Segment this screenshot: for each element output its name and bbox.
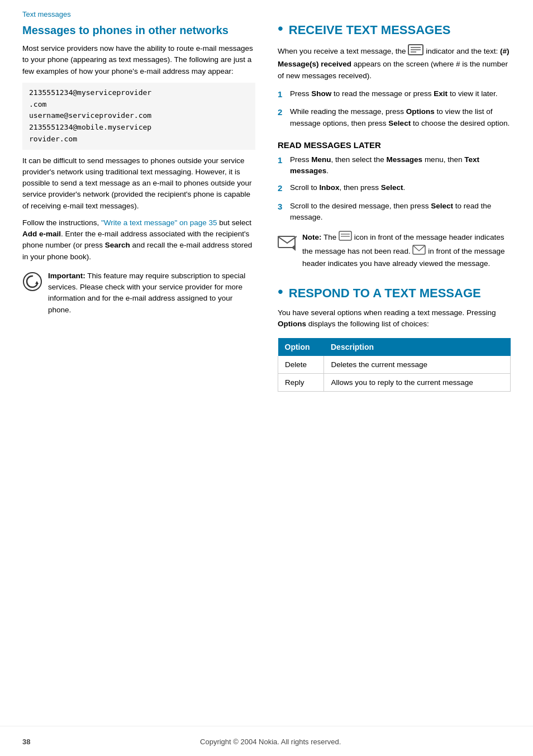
receive-text-heading: RECEIVE TEXT MESSAGES [289, 23, 451, 37]
table-header-description: Description [324, 338, 511, 356]
respond-text-header: • RESPOND TO A TEXT MESSAGE [278, 286, 511, 301]
write-text-message-link[interactable]: "Write a text message" on page 35 [101, 218, 217, 227]
left-para3-bold2: Search [105, 241, 130, 249]
important-note-text: Important: This feature may require subs… [48, 270, 255, 316]
receive-step-2: 2 While reading the message, press Optio… [278, 106, 511, 129]
receive-steps-list: 1 Press Show to read the message or pres… [278, 88, 511, 129]
svg-rect-8 [339, 231, 351, 240]
left-section1-heading: Messages to phones in other networks [22, 23, 255, 37]
read-later-step-3-text: Scroll to the desired message, then pres… [290, 201, 511, 224]
footer: 38 Copyright © 2004 Nokia. All rights re… [0, 726, 533, 756]
table-cell-delete-description: Deletes the current message [324, 356, 511, 374]
content-area: Messages to phones in other networks Mos… [0, 23, 533, 726]
options-table-wrapper: Option Description Delete Deletes the cu… [278, 338, 511, 392]
respond-intro-suffix: displays the following list of choices: [306, 320, 429, 328]
page-number: 38 [22, 738, 30, 746]
receive-step-2-text: While reading the message, press Options… [290, 106, 511, 129]
table-cell-reply-option: Reply [278, 373, 324, 391]
read-msg-icon [412, 245, 426, 258]
left-para1: Most service providers now have the abil… [22, 43, 255, 77]
important-note-icon [22, 272, 42, 292]
read-later-step-1: 1 Press Menu, then select the Messages m… [278, 154, 511, 177]
receive-intro: When you receive a text message, the ind… [278, 44, 511, 82]
left-column: Messages to phones in other networks Mos… [22, 23, 255, 726]
read-later-note: Note: The icon in front of the message h… [278, 231, 511, 269]
left-para3-suffix: but select [217, 218, 252, 227]
svg-marker-1 [35, 281, 39, 284]
read-later-step-2-num: 2 [278, 182, 290, 195]
left-para3: Follow the instructions, "Write a text m… [22, 217, 255, 263]
note-arrow-icon [278, 232, 297, 253]
note-prefix: Note: The [302, 233, 339, 241]
breadcrumb: Text messages [0, 0, 533, 23]
copyright: Copyright © 2004 Nokia. All rights reser… [200, 738, 341, 746]
respond-intro: You have several options when reading a … [278, 307, 511, 330]
note-inline-text: Note: The icon in front of the message h… [302, 231, 511, 269]
respond-intro-prefix: You have several options when reading a … [278, 308, 496, 317]
read-later-step-3-num: 3 [278, 201, 290, 213]
read-later-step-2-text: Scroll to Inbox, then press Select. [290, 182, 405, 193]
bullet-dot-1: • [278, 21, 283, 36]
left-para2: It can be difficult to send messages to … [22, 155, 255, 212]
receive-step-2-num: 2 [278, 106, 290, 119]
table-cell-delete-option: Delete [278, 356, 324, 374]
code-example-2: username@serviceprovider.com [29, 111, 151, 120]
important-label: Important: [48, 272, 85, 280]
left-para3-prefix: Follow the instructions, [22, 218, 101, 227]
code-examples: 2135551234@myserviceprovider.com usernam… [22, 83, 255, 150]
read-later-step-3: 3 Scroll to the desired message, then pr… [278, 201, 511, 224]
bullet-dot-2: • [278, 284, 283, 299]
read-later-step-1-text: Press Menu, then select the Messages men… [290, 154, 511, 177]
read-later-steps-list: 1 Press Menu, then select the Messages m… [278, 154, 511, 224]
svg-marker-7 [292, 244, 296, 251]
table-cell-reply-description: Allows you to reply to the current messa… [324, 373, 511, 391]
table-row-delete: Delete Deletes the current message [278, 356, 511, 374]
receive-text-header: • RECEIVE TEXT MESSAGES [278, 23, 511, 37]
options-table: Option Description Delete Deletes the cu… [278, 338, 511, 392]
receive-text-section: • RECEIVE TEXT MESSAGES When you receive… [278, 23, 511, 129]
read-later-heading: READ MESSAGES LATER [278, 140, 511, 150]
read-later-step-1-num: 1 [278, 154, 290, 167]
respond-text-heading: RESPOND TO A TEXT MESSAGE [289, 286, 481, 301]
table-row-reply: Reply Allows you to reply to the current… [278, 373, 511, 391]
receive-intro-middle: indicator and the text: [426, 47, 500, 55]
code-example-3: 2135551234@mobile.myserviceprovider.com [29, 123, 151, 143]
unread-msg-icon [339, 231, 352, 244]
receive-step-1-text: Press Show to read the message or press … [290, 88, 497, 99]
code-example-1: 2135551234@myserviceprovider.com [29, 88, 151, 108]
respond-section: • RESPOND TO A TEXT MESSAGE You have sev… [278, 286, 511, 392]
respond-intro-bold: Options [278, 320, 306, 328]
page: Text messages Messages to phones in othe… [0, 0, 533, 756]
receive-step-1-num: 1 [278, 88, 290, 101]
left-para3-bold1: Add e-mail [22, 230, 61, 238]
receive-intro-prefix: When you receive a text message, the [278, 47, 406, 55]
table-header-option: Option [278, 338, 324, 356]
read-later-section: READ MESSAGES LATER 1 Press Menu, then s… [278, 140, 511, 269]
sms-indicator-icon [408, 44, 423, 59]
right-column: • RECEIVE TEXT MESSAGES When you receive… [278, 23, 511, 726]
receive-step-1: 1 Press Show to read the message or pres… [278, 88, 511, 101]
important-note-box: Important: This feature may require subs… [22, 270, 255, 321]
read-later-step-2: 2 Scroll to Inbox, then press Select. [278, 182, 511, 195]
